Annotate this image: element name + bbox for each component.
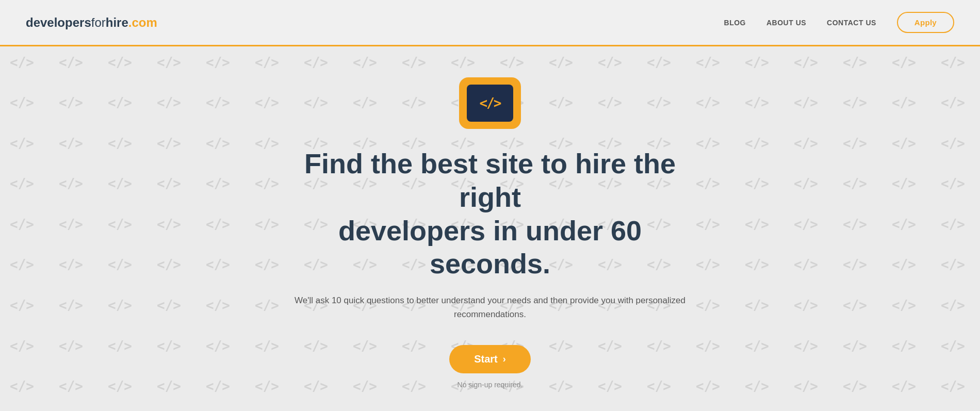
code-icon-symbol: </>: [480, 95, 501, 111]
navbar: developersforhire.com BLOG ABOUT US CONT…: [0, 0, 980, 46]
hero-headline: Find the best site to hire the right dev…: [284, 147, 696, 281]
start-arrow: ›: [503, 354, 506, 365]
start-label: Start: [474, 353, 498, 365]
logo-dotcom: .com: [128, 15, 157, 29]
hero-subtext: We'll ask 10 quick questions to better u…: [294, 293, 686, 321]
main-content: </> Find the best site to hire the right…: [0, 46, 980, 389]
apply-button[interactable]: Apply: [897, 12, 954, 33]
site-logo[interactable]: developersforhire.com: [26, 15, 157, 30]
nav-about[interactable]: ABOUT US: [766, 19, 806, 27]
logo-hire: hire: [106, 15, 128, 29]
code-icon-wrapper: </>: [459, 77, 521, 129]
logo-for: for: [91, 15, 106, 29]
code-icon-inner: </>: [467, 85, 513, 122]
start-button[interactable]: Start ›: [449, 345, 531, 373]
no-signup-text: No sign-up required.: [458, 381, 523, 389]
nav-contact[interactable]: CONTACT US: [827, 19, 876, 27]
nav-links: BLOG ABOUT US CONTACT US Apply: [724, 12, 954, 33]
nav-blog[interactable]: BLOG: [724, 19, 746, 27]
logo-developers: developers: [26, 15, 91, 29]
